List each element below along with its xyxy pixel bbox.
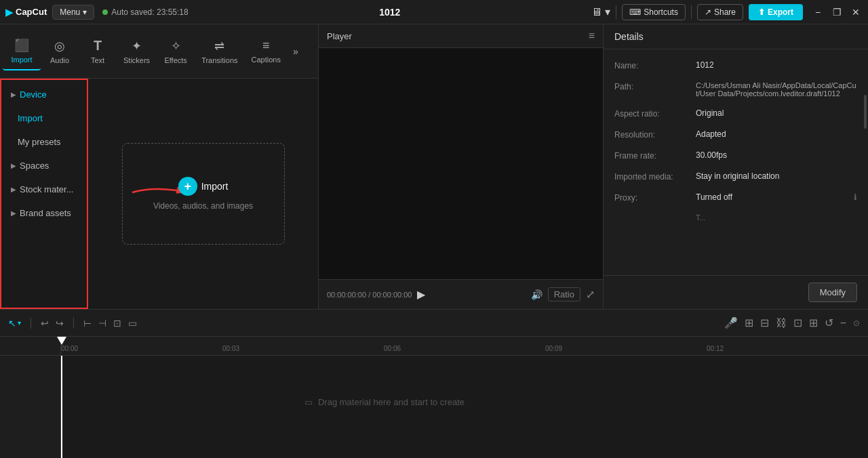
- import-dropzone[interactable]: + Import Videos, audios, and images: [122, 143, 285, 245]
- import-toolbar-label: Import: [11, 56, 32, 64]
- detail-value-framerate: 30.00fps: [696, 150, 857, 160]
- sidebar-item-import[interactable]: Import: [1, 106, 87, 130]
- text-toolbar-label: Text: [91, 56, 104, 64]
- ratio-button[interactable]: Ratio: [548, 287, 580, 301]
- split2-icon: ⊣: [98, 318, 106, 329]
- toolbar-item-text[interactable]: T Text: [79, 33, 117, 70]
- player-header: Player ≡: [319, 24, 603, 48]
- detail-row-extra: T...: [604, 208, 868, 227]
- detail-label-resolution: Resolution:: [614, 129, 696, 140]
- redo-icon: ↪: [56, 318, 64, 329]
- restore-button[interactable]: ❐: [830, 7, 844, 18]
- player-time-total: 00:00:00:00: [372, 291, 412, 299]
- ruler-mark-2: 00:06: [384, 345, 401, 352]
- split-tool3[interactable]: ⊡: [113, 318, 121, 329]
- toolbar-item-effects[interactable]: ✧ Effects: [157, 33, 195, 70]
- toolbar-item-import[interactable]: ⬛ Import: [3, 33, 41, 70]
- import-label: Import: [201, 181, 229, 192]
- player-menu-icon[interactable]: ≡: [589, 30, 595, 42]
- import-toolbar-icon: ⬛: [14, 38, 29, 53]
- shortcuts-label: Shortcuts: [644, 7, 678, 17]
- sidebar-item-brandassets[interactable]: ▶ Brand assets: [1, 201, 87, 225]
- close-button[interactable]: ✕: [849, 7, 863, 18]
- modify-button[interactable]: Modify: [808, 283, 857, 302]
- monitor-button[interactable]: 🖥 ▾: [591, 5, 610, 18]
- add-track-button[interactable]: ⊞: [745, 316, 753, 329]
- import-plus-icon: +: [178, 177, 197, 196]
- split-tool1[interactable]: ⊢: [83, 318, 92, 329]
- import-button-row[interactable]: + Import: [178, 177, 229, 196]
- grid-button[interactable]: ⊞: [809, 316, 818, 329]
- shortcuts-button[interactable]: ⌨ Shortcuts: [622, 4, 686, 20]
- align-button[interactable]: ⊡: [793, 316, 802, 329]
- sidebar-item-spaces[interactable]: ▶ Spaces: [1, 154, 87, 178]
- player-time-current: 00:00:00:00: [327, 291, 366, 299]
- delete-tool[interactable]: ▭: [128, 318, 137, 329]
- link-button[interactable]: ⛓: [776, 317, 787, 329]
- toolbar-item-captions[interactable]: ≡ Captions: [245, 33, 288, 69]
- detail-label-extra: [614, 213, 696, 214]
- track-lanes[interactable]: ▭ Drag material here and start to create: [61, 356, 868, 458]
- ruler-mark-1: 00:03: [222, 345, 239, 352]
- sidebar-item-mypresets[interactable]: My presets: [1, 130, 87, 154]
- export-button[interactable]: ⬆ Export: [749, 4, 803, 20]
- select-tool[interactable]: ↖ ▾: [8, 318, 21, 329]
- tl-sep2: [73, 318, 74, 329]
- fullscreen-icon[interactable]: ⤢: [586, 288, 595, 301]
- zoom-out-button[interactable]: −: [840, 317, 846, 329]
- divider: [616, 5, 616, 19]
- zoom-level: ⊙: [853, 318, 860, 328]
- left-panel: ⬛ Import ◎ Audio T Text ✦ Stickers ✧ Eff…: [0, 24, 319, 309]
- menu-button[interactable]: Menu ▾: [52, 5, 94, 20]
- toolbar-item-audio[interactable]: ◎ Audio: [41, 33, 79, 70]
- sidebar-item-stockmater[interactable]: ▶ Stock mater...: [1, 178, 87, 201]
- brandassets-arrow-icon: ▶: [11, 209, 16, 217]
- sidebar-item-device-label: Device: [20, 89, 47, 100]
- remove-track-button[interactable]: ⊟: [760, 316, 769, 329]
- track-body: ▭ Drag material here and start to create: [0, 356, 868, 458]
- detail-row-resolution: Resolution: Adapted: [604, 124, 868, 145]
- effects-toolbar-icon: ✧: [171, 39, 181, 54]
- export-icon: ⬆: [758, 7, 765, 17]
- player-time: 00:00:00:00 / 00:00:00:00: [327, 291, 412, 299]
- speaker-icon[interactable]: 🔊: [531, 289, 542, 300]
- split-tool2[interactable]: ⊣: [98, 318, 106, 329]
- player-right-controls: 🔊 Ratio ⤢: [531, 287, 595, 301]
- proxy-info-icon[interactable]: ℹ: [854, 192, 857, 202]
- minimize-button[interactable]: −: [811, 7, 825, 18]
- topbar-right: 🖥 ▾ ⌨ Shortcuts ↗ Share ⬆ Export − ❐ ✕: [591, 4, 863, 20]
- stickers-toolbar-label: Stickers: [123, 56, 150, 64]
- detail-value-importedmedia: Stay in original location: [696, 171, 857, 181]
- project-name: 1012: [194, 7, 586, 18]
- track-headers: [0, 356, 61, 458]
- logo-text: CapCut: [16, 7, 47, 17]
- toolbar-item-stickers[interactable]: ✦ Stickers: [117, 33, 157, 70]
- sidebar-panel: ▶ Device Import My presets ▶ Spaces ▶ St…: [0, 79, 318, 309]
- effects-toolbar-label: Effects: [164, 56, 186, 64]
- autosave-text: Auto saved: 23:55:18: [111, 7, 188, 17]
- mic-button[interactable]: 🎤: [724, 316, 738, 329]
- redo-tool[interactable]: ↪: [56, 318, 64, 329]
- toolbar-more-button[interactable]: »: [288, 41, 304, 62]
- app-logo: ▶ CapCut: [5, 7, 47, 18]
- device-arrow-icon: ▶: [11, 91, 16, 98]
- sidebar-item-device[interactable]: ▶ Device: [1, 83, 87, 106]
- timeline-ruler: 00:00 00:03 00:06 00:09 00:12: [0, 337, 868, 356]
- share-label: Share: [714, 7, 736, 17]
- sidebar: ▶ Device Import My presets ▶ Spaces ▶ St…: [0, 79, 88, 309]
- sidebar-item-import-label: Import: [18, 113, 43, 123]
- play-button[interactable]: ▶: [417, 288, 425, 301]
- shortcuts-icon: ⌨: [629, 7, 641, 17]
- detail-value-proxy: Turned off: [696, 192, 854, 202]
- share-button[interactable]: ↗ Share: [697, 4, 743, 20]
- split3-icon: ⊡: [113, 318, 121, 329]
- sidebar-item-mypresets-label: My presets: [18, 137, 61, 147]
- toolbar-item-transitions[interactable]: ⇌ Transitions: [195, 33, 244, 70]
- undo-tool[interactable]: ↩: [41, 318, 49, 329]
- menu-arrow-icon: ▾: [83, 7, 87, 17]
- detail-row-importedmedia: Imported media: Stay in original locatio…: [604, 166, 868, 187]
- detail-label-framerate: Frame rate:: [614, 150, 696, 161]
- audio-toolbar-icon: ◎: [54, 39, 65, 54]
- timeline: ↖ ▾ ↩ ↪ ⊢ ⊣ ⊡ ▭ 🎤 ⊞ ⊟ ⛓ ⊡ ⊞ ↺: [0, 309, 868, 458]
- loop-button[interactable]: ↺: [825, 316, 833, 329]
